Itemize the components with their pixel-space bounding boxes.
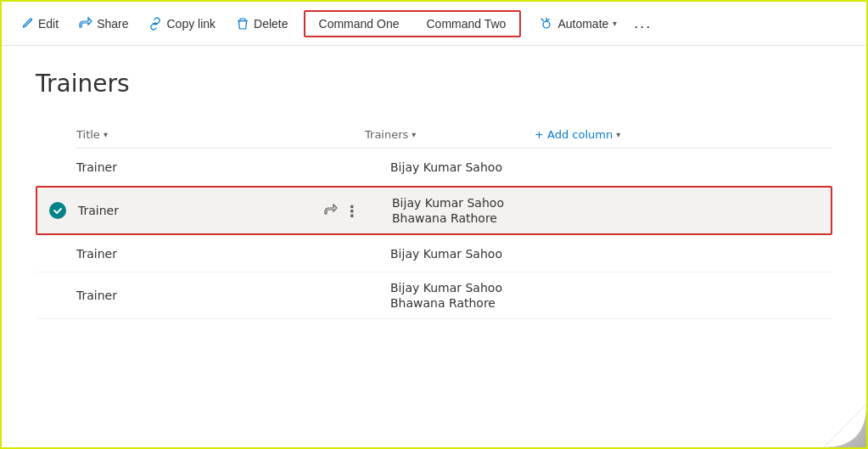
- table-row[interactable]: Trainer Bijay Kumar Sahoo Bhawana Rathor…: [36, 272, 832, 319]
- checkmark-icon: [53, 205, 63, 216]
- more-button[interactable]: ...: [627, 9, 658, 37]
- row-trainers-4: Bijay Kumar Sahoo Bhawana Rathore: [390, 281, 502, 310]
- trainers-chevron-icon: ▾: [412, 130, 416, 139]
- automate-chevron-icon: ▾: [613, 19, 617, 28]
- add-column-button[interactable]: + Add column ▾: [535, 128, 620, 141]
- share-row-icon[interactable]: [324, 204, 338, 217]
- automate-button[interactable]: Automate ▾: [531, 12, 625, 36]
- edit-button[interactable]: Edit: [12, 12, 67, 36]
- automate-icon: [540, 17, 553, 31]
- delete-icon: [236, 17, 249, 31]
- toolbar-right: Automate ▾ ...: [531, 9, 658, 37]
- row-title-4: Trainer: [76, 289, 322, 302]
- command-two-button[interactable]: Command Two: [412, 12, 519, 36]
- page-title: Trainers: [36, 70, 832, 98]
- row-title-2: Trainer: [78, 204, 324, 217]
- check-circle: [49, 202, 66, 219]
- table-row[interactable]: Trainer Bijay Kumar Sahoo: [36, 235, 832, 272]
- edit-icon: [20, 17, 34, 31]
- row-trainers-3: Bijay Kumar Sahoo: [390, 247, 502, 261]
- command-group: Command One Command Two: [304, 10, 522, 37]
- page-curl: [798, 379, 866, 447]
- copy-link-button[interactable]: Copy link: [140, 12, 224, 36]
- command-one-button[interactable]: Command One: [305, 12, 413, 36]
- svg-point-1: [543, 21, 550, 28]
- row-title-3: Trainer: [76, 247, 322, 261]
- row-checkbox-2[interactable]: [37, 202, 78, 219]
- list-header: Title ▾ Trainers ▾ + Add column ▾: [76, 121, 832, 149]
- main-content: Trainers Title ▾ Trainers ▾ + Add column…: [2, 46, 866, 319]
- row-trainers-2: Bijay Kumar Sahoo Bhawana Rathore: [392, 196, 504, 225]
- share-button[interactable]: Share: [70, 12, 137, 36]
- row-title-1: Trainer: [76, 160, 322, 174]
- list-container: Title ▾ Trainers ▾ + Add column ▾ Traine…: [36, 121, 832, 319]
- add-column-chevron-icon: ▾: [616, 130, 620, 139]
- share-icon: [79, 17, 92, 31]
- row-actions-2: ⋮: [324, 202, 392, 220]
- copy-link-icon: [148, 17, 162, 31]
- delete-button[interactable]: Delete: [227, 12, 296, 36]
- table-row-selected[interactable]: Trainer ⋮ Bijay Kumar Sahoo Bhawana Rath…: [36, 186, 832, 235]
- column-trainers[interactable]: Trainers ▾: [365, 128, 535, 141]
- more-row-icon[interactable]: ⋮: [344, 202, 361, 220]
- toolbar: Edit Share Copy link Delete Command One …: [2, 2, 866, 46]
- row-trainers-1: Bijay Kumar Sahoo: [390, 160, 502, 174]
- title-chevron-icon: ▾: [104, 130, 108, 139]
- column-title[interactable]: Title ▾: [76, 128, 365, 141]
- table-row[interactable]: Trainer Bijay Kumar Sahoo: [36, 149, 832, 186]
